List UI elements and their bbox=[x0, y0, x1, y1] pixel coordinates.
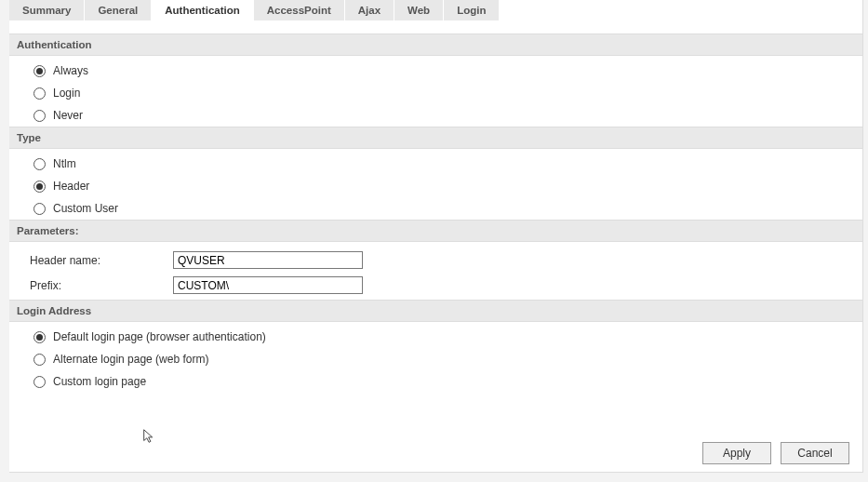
header-name-input[interactable] bbox=[173, 251, 363, 269]
tab-authentication[interactable]: Authentication bbox=[152, 0, 254, 20]
radio-custom-login-label: Custom login page bbox=[53, 375, 146, 388]
tab-accesspoint[interactable]: AccessPoint bbox=[254, 0, 345, 20]
radio-never[interactable] bbox=[33, 110, 46, 122]
apply-button[interactable]: Apply bbox=[702, 442, 771, 464]
tab-general[interactable]: General bbox=[85, 0, 152, 20]
section-header-authentication: Authentication bbox=[9, 33, 862, 56]
radio-custom-user-label: Custom User bbox=[53, 202, 118, 215]
radio-alternate-login[interactable] bbox=[33, 354, 46, 366]
radio-login[interactable] bbox=[33, 87, 46, 100]
radio-never-label: Never bbox=[53, 109, 83, 122]
radio-header[interactable] bbox=[33, 181, 46, 193]
tab-summary[interactable]: Summary bbox=[9, 0, 85, 20]
tab-ajax[interactable]: Ajax bbox=[345, 0, 394, 20]
button-bar: Apply Cancel bbox=[702, 442, 849, 464]
authentication-group: Always Login Never bbox=[9, 56, 862, 127]
header-name-label: Header name: bbox=[30, 254, 164, 267]
login-address-group: Default login page (browser authenticati… bbox=[9, 322, 862, 393]
radio-ntlm[interactable] bbox=[33, 158, 46, 170]
radio-alternate-login-label: Alternate login page (web form) bbox=[53, 353, 208, 366]
radio-default-login-label: Default login page (browser authenticati… bbox=[53, 330, 266, 343]
prefix-input[interactable] bbox=[173, 276, 363, 294]
radio-always[interactable] bbox=[33, 65, 46, 77]
section-header-type: Type bbox=[9, 127, 862, 149]
type-group: Ntlm Header Custom User bbox=[9, 149, 862, 220]
cancel-button[interactable]: Cancel bbox=[781, 442, 849, 464]
radio-login-label: Login bbox=[53, 87, 80, 100]
prefix-label: Prefix: bbox=[30, 279, 164, 292]
radio-custom-login[interactable] bbox=[33, 376, 46, 388]
tab-login[interactable]: Login bbox=[444, 0, 500, 20]
tab-web[interactable]: Web bbox=[394, 0, 444, 20]
radio-custom-user[interactable] bbox=[33, 203, 46, 215]
section-header-parameters: Parameters: bbox=[9, 220, 862, 242]
radio-header-label: Header bbox=[53, 180, 89, 193]
radio-always-label: Always bbox=[53, 64, 88, 77]
radio-default-login[interactable] bbox=[33, 331, 46, 343]
section-header-login-address: Login Address bbox=[9, 300, 862, 322]
radio-ntlm-label: Ntlm bbox=[53, 157, 76, 170]
tab-bar: Summary General Authentication AccessPoi… bbox=[9, 0, 862, 20]
